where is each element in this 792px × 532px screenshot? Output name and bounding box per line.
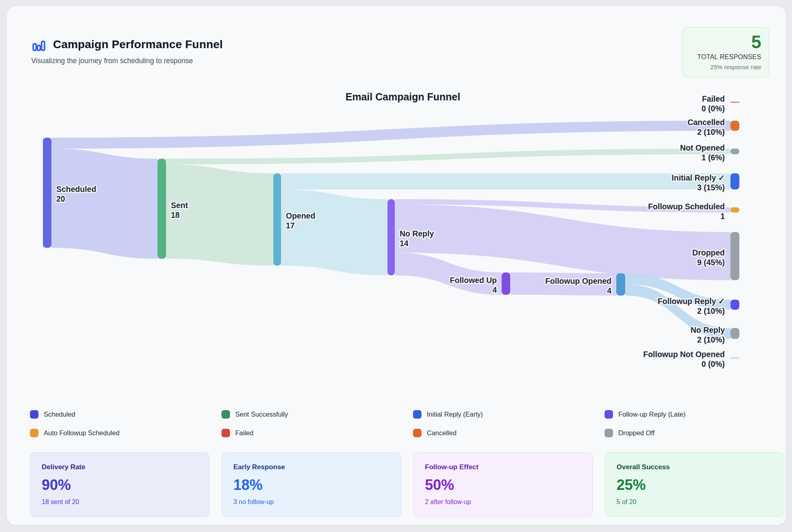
page-title: Campaign Performance Funnel [53, 38, 223, 51]
legend-label: Initial Reply (Early) [427, 411, 483, 418]
legend-swatch-follow-up-reply-late [605, 410, 613, 419]
stat-card-overall-success: Overall Success25%5 of 20 [605, 452, 784, 517]
legend-item-scheduled: Scheduled [30, 409, 221, 419]
legend-label: Sent Successfully [235, 411, 288, 418]
stat-card-title: Follow-up Effect [425, 463, 581, 471]
sankey-node-not_opened[interactable] [730, 149, 739, 154]
legend-item-failed: Failed [221, 428, 413, 438]
sankey-link-opened-no_reply[interactable] [281, 189, 387, 275]
sankey-link-sent-not_opened[interactable] [166, 149, 730, 164]
total-responses-badge: 5 TOTAL RESPONSES 25% response rate [682, 27, 769, 77]
sankey-label-followup_not_opened: Followup Not Opened0 (0%) [643, 350, 725, 368]
stat-card-title: Early Response [233, 463, 389, 471]
badge-sublabel: 25% response rate [690, 64, 761, 70]
sankey-node-followup_scheduled[interactable] [730, 207, 739, 213]
sankey-node-scheduled[interactable] [43, 138, 51, 248]
legend-swatch-failed [221, 429, 230, 437]
stat-card-early-response: Early Response18%3 no follow-up [221, 452, 401, 517]
sankey-link-opened-initial_reply[interactable] [281, 173, 730, 189]
stat-card-title: Delivery Rate [42, 463, 198, 471]
legend-swatch-scheduled [30, 410, 38, 419]
legend-swatch-auto-followup-scheduled [30, 429, 38, 437]
stat-card-value: 90% [42, 477, 198, 494]
sankey-node-no_reply[interactable] [387, 199, 395, 275]
legend: ScheduledSent SuccessfullyInitial Reply … [30, 409, 780, 438]
legend-item-initial-reply-early: Initial Reply (Early) [413, 409, 605, 419]
sankey-link-scheduled-sent[interactable] [51, 149, 158, 259]
stat-card-delivery-rate: Delivery Rate90%18 sent of 20 [30, 452, 209, 517]
legend-item-sent-successfully: Sent Successfully [221, 409, 413, 419]
stat-card-value: 18% [233, 477, 389, 494]
stat-cards: Delivery Rate90%18 sent of 20Early Respo… [30, 452, 784, 517]
header: Campaign Performance Funnel Visualizing … [31, 37, 223, 65]
stat-card-title: Overall Success [617, 463, 773, 471]
badge-value: 5 [690, 32, 761, 52]
legend-label: Follow-up Reply (Late) [618, 411, 686, 418]
legend-label: Failed [235, 429, 253, 437]
sankey-node-cancelled[interactable] [730, 121, 739, 131]
sankey-node-followup_opened[interactable] [616, 273, 625, 296]
legend-swatch-cancelled [413, 429, 422, 437]
sankey-link-scheduled-cancelled[interactable] [51, 121, 730, 149]
main-card: Campaign Performance Funnel Visualizing … [6, 6, 786, 526]
legend-label: Dropped Off [618, 429, 655, 437]
bar-chart-icon [31, 37, 47, 52]
stat-card-note: 5 of 20 [617, 498, 773, 506]
sankey-chart: Scheduled20Sent18Opened17No Reply14Follo… [7, 71, 792, 387]
legend-item-follow-up-reply-late: Follow-up Reply (Late) [605, 409, 780, 419]
legend-label: Cancelled [427, 429, 456, 437]
legend-swatch-dropped-off [605, 429, 613, 437]
badge-label: TOTAL RESPONSES [690, 53, 761, 61]
sankey-label-failed: Failed0 (0%) [702, 94, 725, 113]
sankey-node-dropped[interactable] [730, 232, 739, 280]
sankey-link-no_reply-followed_up[interactable] [395, 253, 502, 295]
legend-item-dropped-off: Dropped Off [605, 428, 780, 438]
stat-card-note: 3 no follow-up [233, 498, 389, 506]
sankey-node-failed[interactable] [730, 102, 739, 103]
legend-swatch-initial-reply-early [413, 410, 422, 419]
legend-item-cancelled: Cancelled [413, 428, 605, 438]
legend-swatch-sent-successfully [221, 410, 230, 419]
sankey-node-opened[interactable] [273, 173, 281, 266]
sankey-node-initial_reply[interactable] [730, 173, 739, 189]
sankey-node-followup_reply[interactable] [730, 300, 739, 310]
legend-label: Scheduled [44, 411, 75, 418]
stat-card-value: 25% [617, 477, 773, 494]
stat-card-note: 2 after follow-up [425, 498, 581, 506]
stat-card-note: 18 sent of 20 [42, 498, 198, 506]
legend-label: Auto Followup Scheduled [44, 429, 119, 437]
sankey-node-followup_not_opened[interactable] [730, 358, 739, 358]
stat-card-value: 50% [425, 477, 581, 494]
sankey-node-followed_up[interactable] [502, 272, 510, 295]
page-subtitle: Visualizing the journey from scheduling … [31, 57, 223, 65]
sankey-node-no_reply_final[interactable] [730, 328, 739, 339]
sankey-node-sent[interactable] [158, 159, 166, 259]
sankey-link-sent-opened[interactable] [166, 164, 273, 266]
stat-card-follow-up-effect: Follow-up Effect50%2 after follow-up [413, 452, 593, 517]
legend-item-auto-followup-scheduled: Auto Followup Scheduled [30, 428, 221, 438]
